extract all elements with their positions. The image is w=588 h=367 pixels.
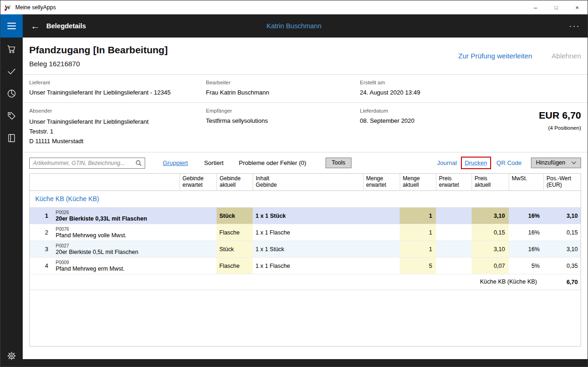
cell-preis-aktuell[interactable]: 0,15 — [472, 224, 509, 241]
cell-row-number: 4 — [30, 258, 53, 274]
col-header-gebinde-erwartet: Gebindeerwartet — [179, 174, 217, 191]
absender-line-1: Unser Trainingslieferant Ihr Lieblingsli… — [29, 117, 206, 127]
titlebar: W Meine sellyApps – □ × — [0, 0, 588, 14]
sortiert-link[interactable]: Sortiert — [204, 159, 224, 166]
items-toolbar: Gruppiert Sortiert Probleme oder Fehler … — [23, 152, 588, 173]
cell-preis-aktuell[interactable]: 3,10 — [472, 208, 509, 224]
table-row[interactable]: 2 P0076 Pfand Mehrweg volle Mwst. Flasch… — [30, 224, 581, 241]
cell-gebinde-aktuell[interactable]: Stück — [217, 208, 253, 224]
cell-row-number: 2 — [30, 224, 53, 241]
window-title: Meine sellyApps — [15, 4, 56, 11]
cell-preis-aktuell[interactable]: 3,10 — [472, 241, 509, 258]
cell-gebinde-erwartet — [179, 208, 217, 224]
field-value: 08. September 2020 — [360, 117, 499, 125]
cell-row-number: 3 — [30, 241, 53, 258]
absender-line-3: D 11111 Musterstadt — [29, 136, 206, 146]
cell-preis-erwartet — [436, 224, 472, 241]
total-amount: EUR 6,70 — [499, 110, 581, 121]
hinzufuegen-label: Hinzufügen — [536, 159, 565, 166]
col-header-menge-aktuell: Mengeaktuell — [400, 174, 436, 191]
field-label: Absender — [29, 108, 206, 114]
cell-mwst: 16% — [509, 224, 543, 241]
group-header-row: Küche KB (Küche KB) — [30, 191, 581, 208]
cell-menge-erwartet — [363, 208, 400, 224]
field-bearbeiter: Bearbeiter Frau Katrin Buschmann — [206, 80, 360, 96]
cell-menge-aktuell[interactable]: 1 — [400, 224, 436, 241]
field-value: Frau Katrin Buschmann — [206, 89, 360, 96]
tools-button[interactable]: Tools — [326, 158, 351, 168]
cell-inhalt-gebinde: 1 x 1 Stück — [253, 208, 363, 224]
cart-icon[interactable] — [6, 44, 17, 54]
article-code: P0026 — [56, 210, 179, 215]
app-header: ← Belegdetails Katrin Buschmann ··· — [0, 14, 588, 38]
group-total-value: 6,70 — [543, 274, 581, 290]
search-input[interactable] — [33, 160, 135, 166]
cell-preis-aktuell[interactable]: 0,07 — [472, 258, 509, 274]
journal-link[interactable]: Journal — [437, 159, 457, 166]
close-button[interactable]: × — [567, 0, 588, 14]
table-row[interactable]: 1 P0026 20er Bierkiste 0,33L mit Flasche… — [30, 208, 581, 224]
cell-article: P0076 Pfand Mehrweg volle Mwst. — [53, 224, 179, 241]
cell-article: P0027 20er Bierkiste 0,5L mit Flaschen — [53, 241, 179, 258]
tag-icon[interactable] — [6, 111, 17, 121]
cell-mwst: 5% — [509, 258, 543, 274]
article-code: P0009 — [56, 260, 179, 266]
cell-article: P0009 Pfand Mehrweg erm Mwst. — [53, 258, 179, 274]
positions-table: Gebindeerwartet Gebindeaktuell InhaltGeb… — [29, 173, 581, 347]
cell-gebinde-aktuell[interactable]: Stück — [217, 241, 253, 258]
reject-button[interactable]: Ablehnen — [552, 52, 581, 60]
col-header-gebinde-aktuell: Gebindeaktuell — [217, 174, 253, 191]
search-box — [29, 158, 145, 169]
chevron-down-icon — [571, 161, 576, 165]
cell-gebinde-aktuell[interactable]: Flasche — [217, 258, 253, 274]
cell-gebinde-aktuell[interactable]: Flasche — [217, 224, 253, 241]
search-icon — [135, 160, 142, 166]
drucken-link[interactable]: Drucken — [465, 159, 487, 166]
article-code: P0027 — [56, 243, 179, 249]
forward-for-review-button[interactable]: Zur Prüfung weiterleiten — [458, 52, 532, 60]
check-icon[interactable] — [6, 66, 17, 76]
cell-pos-wert: 3,10 — [543, 208, 581, 224]
cell-gebinde-erwartet — [179, 258, 217, 274]
cell-preis-erwartet — [436, 241, 472, 258]
book-icon[interactable] — [6, 133, 17, 143]
field-erstellt-am: Erstellt am 24. August 2020 13:49 — [360, 80, 499, 96]
more-options-icon[interactable]: ··· — [569, 21, 580, 31]
cell-menge-aktuell[interactable]: 1 — [400, 208, 436, 224]
current-user[interactable]: Katrin Buschmann — [0, 22, 588, 30]
field-label: Empfänger — [206, 108, 360, 114]
table-row[interactable]: 3 P0027 20er Bierkiste 0,5L mit Flaschen… — [30, 241, 581, 258]
field-lieferdatum: Lieferdatum 08. September 2020 — [360, 108, 499, 146]
bottom-statusbar — [23, 359, 588, 367]
col-header-nr — [30, 174, 53, 191]
pie-chart-icon[interactable] — [6, 89, 17, 99]
cell-gebinde-erwartet — [179, 224, 217, 241]
absender-line-2: Teststr. 1 — [29, 127, 206, 136]
field-label: Lieferant — [29, 80, 206, 85]
maximize-button[interactable]: □ — [546, 0, 567, 14]
field-value: Testfirma sellysolutions — [206, 117, 360, 125]
cell-article: P0026 20er Bierkiste 0,33L mit Flaschen — [53, 208, 179, 224]
field-value: Unser Trainingslieferant Ihr Lieblingsli… — [29, 89, 206, 96]
col-header-preis-erwartet: Preiserwartet — [436, 174, 472, 191]
qr-code-link[interactable]: QR Code — [497, 159, 522, 166]
field-label: Erstellt am — [360, 80, 499, 85]
sidebar — [0, 38, 23, 367]
cell-inhalt-gebinde: 1 x 1 Flasche — [253, 258, 363, 274]
table-row[interactable]: 4 P0009 Pfand Mehrweg erm Mwst. Flasche … — [30, 258, 581, 274]
minimize-button[interactable]: – — [525, 0, 546, 14]
cell-menge-erwartet — [363, 258, 400, 274]
gruppiert-link[interactable]: Gruppiert — [163, 159, 188, 166]
article-name: 20er Bierkiste 0,5L mit Flaschen — [56, 249, 179, 256]
hinzufuegen-button[interactable]: Hinzufügen — [531, 158, 581, 168]
probleme-fehler-link[interactable]: Probleme oder Fehler (0) — [239, 159, 306, 166]
document-total-block: EUR 6,70 (4 Positionen) — [499, 108, 581, 146]
cell-menge-aktuell[interactable]: 1 — [400, 241, 436, 258]
field-lieferant: Lieferant Unser Trainingslieferant Ihr L… — [29, 80, 206, 96]
article-name: Pfand Mehrweg erm Mwst. — [56, 266, 179, 272]
gear-icon[interactable] — [6, 351, 17, 361]
positions-count: (4 Positionen) — [499, 125, 581, 131]
field-absender: Absender Unser Trainingslieferant Ihr Li… — [29, 108, 206, 146]
document-titles: Pfandzugang [In Bearbeitung] Beleg 16216… — [29, 44, 168, 68]
cell-menge-aktuell[interactable]: 5 — [400, 258, 436, 274]
